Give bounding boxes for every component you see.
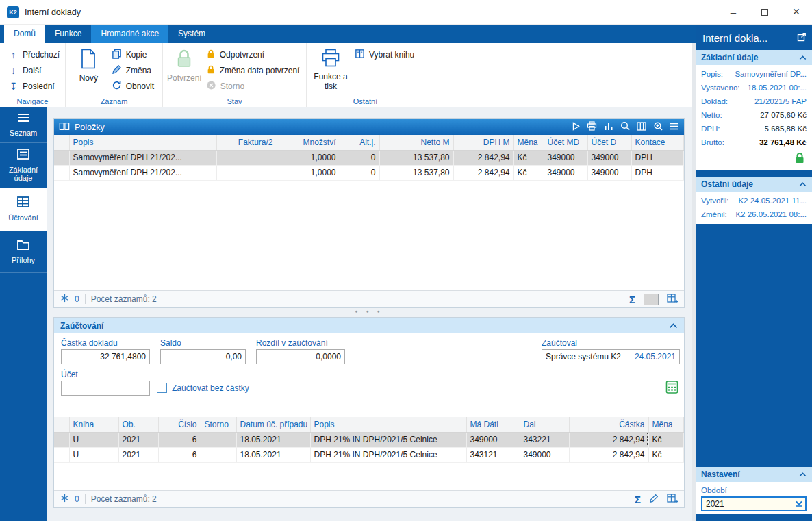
splitter-handle[interactable]: ● ● ● bbox=[328, 309, 410, 314]
section-header-zakladni[interactable]: Základní údaje bbox=[696, 50, 812, 65]
col-ucet-md[interactable]: Účet MD bbox=[544, 135, 587, 150]
search-web-icon[interactable] bbox=[620, 121, 630, 133]
polozky-table: Popis Faktura/2 Množství Alt.j. Netto M … bbox=[54, 135, 684, 181]
bez-castky-label[interactable]: Zaúčtovat bez částky bbox=[172, 383, 249, 393]
col-cislo[interactable]: Číslo bbox=[158, 417, 201, 432]
calculator-icon[interactable] bbox=[665, 381, 678, 396]
edit-icon[interactable] bbox=[649, 494, 659, 505]
record-count: Počet záznamů: 2 bbox=[91, 294, 157, 304]
sidebar-item-zakladni-udaje[interactable]: Základní údaje bbox=[0, 143, 47, 188]
zauctovani-table: Kniha Ob. Číslo Storno Datum úč. případu… bbox=[54, 417, 684, 463]
table-row[interactable]: Samovyměření DPH 21/202... 1,0000 0 13 5… bbox=[54, 165, 684, 180]
info-panel-title-bar: Interní dokla... bbox=[696, 25, 812, 50]
tab-domu[interactable]: Domů bbox=[4, 25, 45, 43]
sidebar-item-seznam[interactable]: Seznam bbox=[0, 107, 47, 143]
table-row[interactable]: U 2021 6 18.05.2021 DPH 21% IN DPH/2021/… bbox=[54, 447, 684, 462]
rozdil-field[interactable]: 0,0000 bbox=[256, 349, 345, 364]
storno-button[interactable]: Storno bbox=[202, 78, 304, 94]
minimize-button[interactable]: – bbox=[718, 0, 749, 24]
section-header-ostatni[interactable]: Ostatní údaje bbox=[696, 177, 812, 192]
col-storno[interactable]: Storno bbox=[201, 417, 236, 432]
bez-castky-checkbox[interactable] bbox=[157, 383, 167, 393]
group-label-ostatni: Ostatní bbox=[307, 97, 424, 105]
col-popis[interactable]: Popis bbox=[310, 417, 466, 432]
castka-dokladu-field[interactable]: 32 761,4800 bbox=[61, 349, 150, 364]
edit-button[interactable]: Změna bbox=[107, 62, 158, 78]
confirm-button[interactable]: Potvrzení bbox=[167, 47, 202, 92]
unconfirm-button[interactable]: Odpotvrzení bbox=[202, 47, 304, 62]
book-icon bbox=[355, 49, 365, 61]
col-datum[interactable]: Datum úč. případu bbox=[236, 417, 310, 432]
table-row[interactable]: U 2021 6 18.05.2021 DPH 21% IN DPH/2021/… bbox=[54, 432, 684, 447]
ribbon-tab-strip: Domů Funkce Hromadné akce Systém bbox=[0, 25, 696, 43]
print-icon[interactable] bbox=[587, 121, 597, 133]
col-kniha[interactable]: Kniha bbox=[69, 417, 118, 432]
zauctovani-header-row: Kniha Ob. Číslo Storno Datum úč. případu… bbox=[54, 417, 684, 432]
columns-icon[interactable] bbox=[637, 122, 646, 133]
previous-button[interactable]: ↑ Předchozí bbox=[4, 47, 64, 62]
col-popis[interactable]: Popis bbox=[69, 135, 216, 150]
menu-icon[interactable] bbox=[670, 123, 679, 132]
table-row[interactable]: Samovyměření DPH 21/202... 1,0000 0 13 5… bbox=[54, 150, 684, 165]
document-icon bbox=[80, 49, 97, 72]
dropdown-chevron-icon bbox=[794, 498, 804, 510]
col-altj[interactable]: Alt.j. bbox=[340, 135, 379, 150]
chart-icon[interactable] bbox=[604, 122, 613, 133]
next-button[interactable]: ↓ Další bbox=[4, 62, 64, 78]
refresh-icon bbox=[112, 80, 122, 92]
section-header-nastaveni[interactable]: Nastavení bbox=[696, 467, 812, 482]
toggle-button[interactable] bbox=[644, 294, 659, 305]
maximize-button[interactable] bbox=[749, 0, 781, 24]
snowflake-icon[interactable] bbox=[60, 294, 69, 305]
open-in-window-icon[interactable] bbox=[797, 32, 807, 44]
obdobi-label: Období bbox=[701, 484, 807, 496]
col-dph[interactable]: DPH M bbox=[453, 135, 513, 150]
zauctovani-form: Částka dokladu 32 761,4800 Saldo 0,00 Ro… bbox=[54, 333, 684, 417]
col-ob[interactable]: Ob. bbox=[118, 417, 158, 432]
sum-icon[interactable]: Σ bbox=[629, 294, 635, 305]
change-confirm-date-button[interactable]: Změna data potvrzení bbox=[202, 62, 304, 78]
lock-pale-icon bbox=[175, 49, 193, 72]
col-faktura[interactable]: Faktura/2 bbox=[216, 135, 277, 150]
col-dal[interactable]: Dal bbox=[520, 417, 569, 432]
col-ucet-d[interactable]: Účet D bbox=[587, 135, 631, 150]
footer-separator bbox=[85, 494, 86, 504]
sidebar-item-prilohy[interactable]: Přílohy bbox=[0, 231, 47, 273]
nastaveni-card: Období 2021 bbox=[696, 482, 812, 514]
collapse-chevron-icon[interactable] bbox=[669, 321, 678, 331]
panel-gap bbox=[696, 170, 812, 177]
copy-button[interactable]: Kopie bbox=[107, 47, 158, 62]
last-button[interactable]: ↧ Poslední bbox=[4, 78, 64, 94]
col-ma-dati[interactable]: Má Dáti bbox=[466, 417, 520, 432]
table-add-icon[interactable] bbox=[667, 294, 678, 305]
zoom-settings-icon[interactable] bbox=[653, 121, 663, 133]
snowflake-icon[interactable] bbox=[60, 494, 69, 505]
form-lines-icon bbox=[16, 148, 30, 162]
col-netto[interactable]: Netto M bbox=[379, 135, 453, 150]
ribbon-group-zaznam: Nový Kopie Změna Obnovit Záznam bbox=[66, 43, 163, 107]
tab-hromadne-akce[interactable]: Hromadné akce bbox=[91, 25, 168, 43]
functions-print-button[interactable]: Funkce a tisk bbox=[311, 47, 351, 92]
tab-funkce[interactable]: Funkce bbox=[45, 25, 91, 43]
close-button[interactable]: × bbox=[781, 0, 812, 24]
left-sidebar: Seznam Základní údaje Účtování Přílohy bbox=[0, 107, 47, 521]
refresh-button[interactable]: Obnovit bbox=[107, 78, 158, 94]
open-book-icon bbox=[59, 122, 70, 133]
table-add-icon[interactable] bbox=[667, 494, 678, 505]
sum-icon[interactable]: Σ bbox=[635, 494, 641, 505]
obdobi-select[interactable]: 2021 bbox=[701, 496, 807, 511]
col-mena[interactable]: Měna bbox=[648, 417, 684, 432]
col-castka[interactable]: Částka bbox=[569, 417, 648, 432]
new-button[interactable]: Nový bbox=[70, 47, 107, 92]
sidebar-item-uctovani[interactable]: Účtování bbox=[0, 188, 47, 231]
ucet-field[interactable] bbox=[61, 381, 150, 396]
select-book-button[interactable]: Vybrat knihu bbox=[351, 47, 418, 62]
tab-system[interactable]: Systém bbox=[168, 25, 215, 43]
zauctoval-field[interactable]: Správce systému K2 24.05.2021 bbox=[542, 349, 680, 364]
saldo-field[interactable]: 0,00 bbox=[160, 349, 246, 364]
info-row: DPH:5 685,88 Kč bbox=[701, 122, 807, 136]
col-mena[interactable]: Měna bbox=[513, 135, 544, 150]
run-icon[interactable] bbox=[572, 122, 580, 133]
col-mnozstvi[interactable]: Množství bbox=[277, 135, 340, 150]
col-kontace[interactable]: Kontace bbox=[631, 135, 684, 150]
